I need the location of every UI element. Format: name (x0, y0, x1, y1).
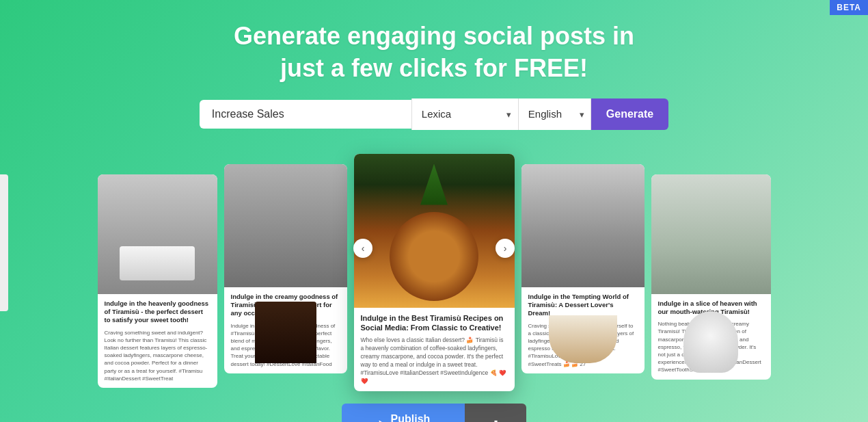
list-item: Indulge in the creamy goodness of Tirami… (224, 164, 347, 373)
card-text-1: Craving something sweet and indulgent? L… (105, 329, 211, 382)
card-body-center: Indulge in the Best Tiramisù Recipes on … (354, 308, 515, 391)
generate-button[interactable]: Generate (591, 98, 668, 130)
publish-label: Publish Now (390, 413, 431, 422)
send-icon: ✈ (376, 419, 385, 422)
carousel-track: Indulge in the heavenly goodness of Tira… (7, 154, 861, 391)
card-image-1 (98, 174, 217, 294)
list-item: Indulge in a slice of heaven with our mo… (651, 174, 771, 380)
card-image-2 (224, 164, 347, 287)
carousel-next-button[interactable]: › (496, 239, 515, 258)
language-select[interactable]: EnglishSpanishFrenchGerman (518, 98, 591, 130)
publish-button[interactable]: ✈ Publish Now (342, 404, 465, 422)
carousel-prev-button[interactable]: ‹ (353, 239, 372, 258)
card-body-1: Indulge in the heavenly goodness of Tira… (98, 294, 217, 388)
list-item: Indulge in the Best Tiramisù Recipes on … (354, 154, 515, 391)
download-icon: ⬇ (491, 418, 501, 422)
search-input[interactable] (200, 100, 411, 129)
card-image-5 (651, 174, 771, 294)
chevron-right-icon: › (504, 243, 507, 254)
list-item: Indulge in the Tempting World of Tiramis… (521, 164, 645, 373)
lexica-select[interactable]: LexicaDALL-EStable Diffusion (411, 98, 518, 130)
card-image-4 (521, 164, 645, 287)
card-image-center (354, 154, 515, 308)
card-text-center: Who else loves a classic Italian dessert… (361, 337, 508, 385)
language-select-wrapper: EnglishSpanishFrenchGerman (518, 98, 591, 130)
list-item: Indulge in the heavenly goodness of Tira… (98, 174, 217, 388)
hero-section: Generate engaging social posts in just a… (0, 0, 868, 144)
beta-badge: BETA (830, 0, 868, 15)
hero-title: Generate engaging social posts in just a… (14, 21, 854, 85)
publish-row: ✈ Publish Now ⬇ (0, 404, 868, 422)
card-title-center: Indulge in the Best Tiramisù Recipes on … (361, 313, 508, 333)
carousel-section: Indulge in the heavenly goodness of Tira… (0, 154, 868, 391)
download-button[interactable]: ⬇ (465, 404, 526, 422)
card-overflow-left (0, 174, 8, 311)
card-title-4: Indulge in the Tempting World of Tiramis… (528, 293, 638, 318)
search-bar: LexicaDALL-EStable Diffusion EnglishSpan… (14, 98, 854, 130)
chevron-left-icon: ‹ (362, 243, 365, 254)
lexica-select-wrapper: LexicaDALL-EStable Diffusion (411, 98, 518, 130)
card-title-1: Indulge in the heavenly goodness of Tira… (105, 300, 211, 325)
